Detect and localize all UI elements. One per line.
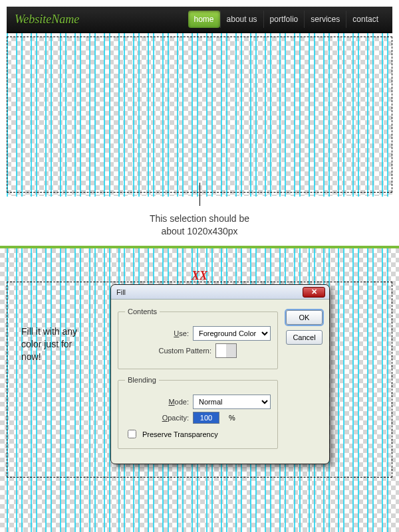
fill-dialog: Fill ✕ Contents UUse:se: Foreground Colo…	[110, 284, 330, 464]
dialog-titlebar[interactable]: Fill ✕	[111, 285, 329, 300]
opacity-input[interactable]	[193, 412, 219, 424]
selection-marquee-upper	[7, 37, 392, 193]
blending-group: Blending Mode: Normal Mode: Opacity: % O…	[118, 376, 278, 449]
pattern-swatch[interactable]	[215, 343, 237, 358]
opacity-label: Opacity:	[125, 414, 189, 422]
fill-instruction-note: Fill it with any color just for now!	[21, 325, 101, 363]
nav-home[interactable]: home	[188, 11, 220, 28]
selection-size-note: This selection should be about 1020x430p…	[0, 213, 399, 238]
close-button[interactable]: ✕	[303, 287, 325, 298]
custom-pattern-label: Custom Pattern:	[125, 347, 211, 355]
ok-button[interactable]: OK	[286, 310, 323, 325]
nav-portfolio[interactable]: portfolio	[263, 11, 305, 28]
use-label: UUse:se:	[125, 329, 189, 337]
main-nav: home about us portfolio services contact	[188, 11, 385, 28]
preserve-transparency-checkbox[interactable]	[128, 430, 136, 438]
use-select[interactable]: Foreground Color	[193, 326, 271, 341]
dialog-title: Fill	[116, 288, 126, 296]
xx-marker: XX	[0, 269, 399, 283]
mode-select[interactable]: Normal	[193, 395, 271, 409]
mode-label: Mode:	[125, 398, 189, 406]
preserve-transparency-label: Preserve Transparency	[142, 430, 218, 438]
site-logo: WebsiteName	[15, 13, 79, 27]
contents-group: Contents UUse:se: Foreground Color Custo…	[118, 308, 278, 369]
text-cursor-icon	[200, 183, 200, 206]
close-icon: ✕	[311, 288, 317, 296]
website-header: WebsiteName home about us portfolio serv…	[7, 7, 392, 33]
blending-legend: Blending	[125, 376, 159, 384]
nav-about[interactable]: about us	[220, 11, 263, 28]
cancel-button[interactable]: Cancel	[286, 330, 323, 345]
contents-legend: Contents	[125, 308, 160, 315]
percent-sign: %	[229, 414, 235, 422]
nav-contact[interactable]: contact	[346, 11, 384, 28]
nav-services[interactable]: services	[304, 11, 346, 28]
